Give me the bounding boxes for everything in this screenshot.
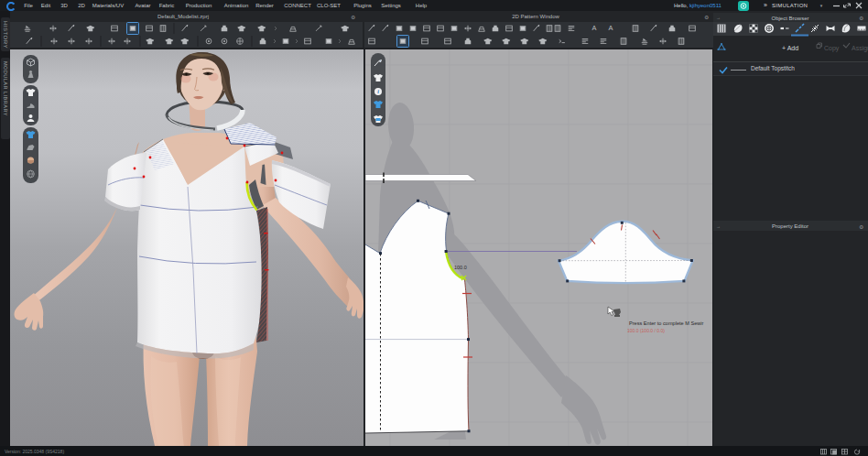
svg-text:Copy: Copy — [824, 45, 840, 52]
svg-text:Press Enter to complete M Sewi: Press Enter to complete M Sewir — [629, 320, 704, 326]
svg-text:100.0: 100.0 — [454, 265, 467, 270]
svg-text:100.0 (100.0 / 0.0): 100.0 (100.0 / 0.0) — [627, 328, 665, 333]
svg-text:+ Add: + Add — [782, 45, 798, 51]
svg-text:Assign: Assign — [852, 45, 868, 52]
